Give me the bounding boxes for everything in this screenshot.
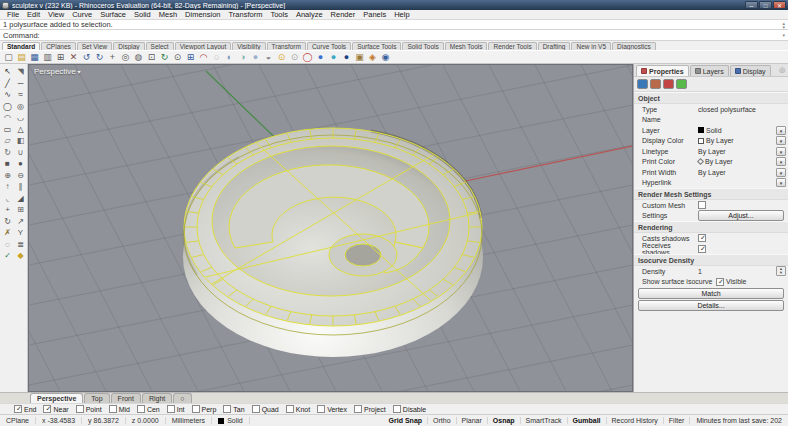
toolbar-tab[interactable]: Standard <box>2 42 40 50</box>
dropdown-button[interactable]: ▾ <box>776 178 786 187</box>
layer-circle-icon[interactable]: ◯ <box>301 51 314 63</box>
osnap-checkbox[interactable] <box>252 405 260 413</box>
layers-list-icon[interactable]: ≣ <box>14 239 27 251</box>
osnap-toggle[interactable]: End <box>14 405 36 413</box>
polyline-icon[interactable]: ╱ <box>1 78 14 90</box>
offset-icon[interactable]: ∥ <box>14 181 27 193</box>
polysurface-object[interactable] <box>179 127 483 357</box>
toolbar-tab[interactable]: Viewport Layout <box>175 42 232 50</box>
curve-icon[interactable]: ∿ <box>1 89 14 101</box>
osnap-checkbox[interactable] <box>317 405 325 413</box>
texture-mapping-icon[interactable] <box>663 79 674 89</box>
ghosted-view-icon[interactable]: ◑ <box>236 51 249 63</box>
print-icon[interactable]: ▥ <box>41 51 54 63</box>
rotate-icon[interactable]: ↻ <box>1 216 14 228</box>
receives-shadows-checkbox[interactable] <box>698 245 706 253</box>
copy-object-icon[interactable]: ⊞ <box>14 204 27 216</box>
select-pointer-icon[interactable]: ↖ <box>1 66 14 78</box>
toolbar-tab[interactable]: Drafting <box>538 42 571 50</box>
paint-icon[interactable]: ◆ <box>14 250 27 262</box>
sphere-navy-icon[interactable]: ● <box>340 51 353 63</box>
osnap-checkbox[interactable] <box>14 405 22 413</box>
toolbar-tab[interactable]: Display <box>113 42 144 50</box>
extrude-icon[interactable]: ↑ <box>1 181 14 193</box>
menu-item[interactable]: Dimension <box>181 10 224 19</box>
sweep-icon[interactable]: ∪ <box>14 147 27 159</box>
units-indicator[interactable]: Millimeters <box>166 417 212 424</box>
undo-icon[interactable]: ↺ <box>80 51 93 63</box>
casts-shadows-checkbox[interactable] <box>698 234 706 242</box>
details-button[interactable]: Details... <box>638 300 784 311</box>
osnap-toggle[interactable]: Project <box>354 405 386 413</box>
toolbar-tab[interactable]: Curve Tools <box>307 42 351 50</box>
panel-menu-icon[interactable]: ◎ <box>779 66 785 74</box>
zoom-selected-icon[interactable]: ⊙ <box>171 51 184 63</box>
split-icon[interactable]: Y <box>14 227 27 239</box>
status-pane[interactable]: Ortho <box>428 417 457 424</box>
box-icon[interactable]: ■ <box>1 158 14 170</box>
hide-icon[interactable]: ◌ <box>1 239 14 251</box>
ellipse-icon[interactable]: ◎ <box>14 101 27 113</box>
command-prompt[interactable]: Command: ▾ <box>0 30 788 41</box>
menu-item[interactable]: View <box>44 10 68 19</box>
boolean-difference-icon[interactable]: ⊖ <box>14 170 27 182</box>
menu-item[interactable]: Render <box>327 10 360 19</box>
chamfer-icon[interactable]: ◢ <box>14 193 27 205</box>
trim-icon[interactable]: ✗ <box>1 227 14 239</box>
circle-icon[interactable]: ◯ <box>1 101 14 113</box>
menu-item[interactable]: Solid <box>130 10 155 19</box>
menu-item[interactable]: File <box>3 10 23 19</box>
toolbar-tab[interactable]: New in V5 <box>571 42 611 50</box>
menu-item[interactable]: Tools <box>266 10 292 19</box>
osnap-toggle[interactable]: Knot <box>286 405 310 413</box>
osnap-checkbox[interactable] <box>286 405 294 413</box>
toolbar-tab[interactable]: Transform <box>267 42 306 50</box>
sphere-icon[interactable]: ● <box>14 158 27 170</box>
density-spinner[interactable]: ▲▼ <box>776 266 786 276</box>
scale-icon[interactable]: ↗ <box>14 216 27 228</box>
arc-3pt-icon[interactable]: ◡ <box>14 112 27 124</box>
save-icon[interactable]: ▦ <box>28 51 41 63</box>
menu-item[interactable]: Analyze <box>292 10 327 19</box>
new-file-icon[interactable]: ▢ <box>2 51 15 63</box>
dropdown-button[interactable]: ▾ <box>776 157 786 166</box>
panel-tab[interactable]: Display <box>730 65 771 76</box>
dropdown-button[interactable]: ▾ <box>776 126 786 135</box>
viewport-title[interactable]: Perspective <box>34 67 80 76</box>
lamp-off-icon[interactable]: ⊙ <box>288 51 301 63</box>
sphere-blue-icon[interactable]: ● <box>314 51 327 63</box>
dropdown-button[interactable]: ▾ <box>776 168 786 177</box>
toolbar-tab[interactable]: Visibility <box>232 42 265 50</box>
panel-tab[interactable]: Layers <box>690 65 729 76</box>
cplane-indicator[interactable]: CPlane <box>0 417 36 424</box>
perspective-viewport[interactable]: Perspective <box>28 64 633 392</box>
check-icon[interactable]: ✓ <box>1 250 14 262</box>
status-pane[interactable]: Filter <box>664 417 691 424</box>
surface-plane-icon[interactable]: ▱ <box>1 135 14 147</box>
redo-icon[interactable]: ↻ <box>93 51 106 63</box>
help-icon[interactable]: ◉ <box>379 51 392 63</box>
osnap-checkbox[interactable] <box>43 405 51 413</box>
revolve-icon[interactable]: ↻ <box>1 147 14 159</box>
status-pane[interactable]: Record History <box>607 417 664 424</box>
interpolate-curve-icon[interactable]: ≈ <box>14 89 27 101</box>
command-prompt-arrow[interactable]: ▾ <box>782 33 785 37</box>
custom-mesh-checkbox[interactable] <box>698 201 706 209</box>
density-value[interactable]: 1 <box>698 268 702 275</box>
toolbar-tab[interactable]: Surface Tools <box>352 42 401 50</box>
status-pane[interactable]: Grid Snap <box>384 417 428 424</box>
zoom-window-icon[interactable]: ◍ <box>132 51 145 63</box>
viewport-tab[interactable]: Right <box>142 393 172 403</box>
xray-view-icon[interactable]: ◒ <box>262 51 275 63</box>
pan-icon[interactable]: + <box>106 51 119 63</box>
lamp-on-icon[interactable]: ⊙ <box>275 51 288 63</box>
osnap-checkbox[interactable] <box>167 405 175 413</box>
osnap-checkbox[interactable] <box>137 405 145 413</box>
osnap-checkbox[interactable] <box>76 405 84 413</box>
toolbar-tab[interactable]: Set View <box>77 42 113 50</box>
fillet-icon[interactable]: ◟ <box>1 193 14 205</box>
osnap-toggle[interactable]: Disable <box>393 405 426 413</box>
match-button[interactable]: Match <box>638 288 784 299</box>
status-pane[interactable]: SmartTrack <box>521 417 568 424</box>
panel-tab[interactable]: Properties <box>636 65 689 76</box>
